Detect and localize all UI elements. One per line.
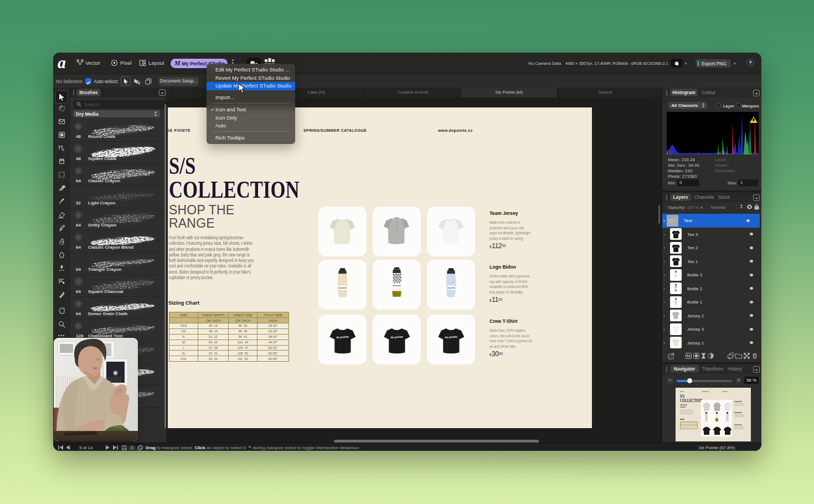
svg-text:4: 4 [62, 148, 64, 152]
